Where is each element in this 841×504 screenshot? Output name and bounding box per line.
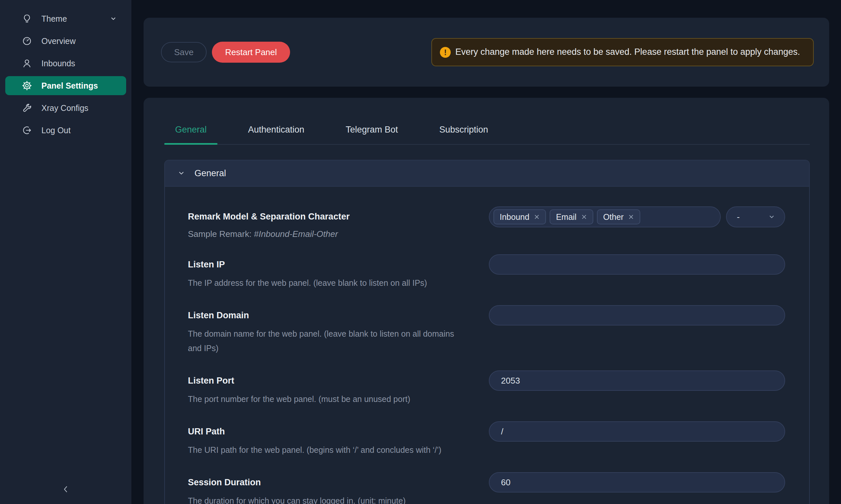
sidebar-item-label: Xray Configs <box>41 103 88 113</box>
form-row-remark-model: Remark Model & Separation Character Samp… <box>188 206 785 239</box>
listen-ip-input[interactable] <box>489 254 785 275</box>
sidebar-item-label: Panel Settings <box>41 81 98 91</box>
tab-authentication[interactable]: Authentication <box>237 120 315 144</box>
form-row-listen-port: Listen Port The port number for the web … <box>188 371 785 406</box>
listen-port-input[interactable] <box>489 371 785 391</box>
field-label: Remark Model & Separation Character <box>188 206 473 222</box>
sidebar-item-label: Log Out <box>41 126 71 135</box>
gauge-icon <box>22 36 32 46</box>
restart-panel-button[interactable]: Restart Panel <box>212 42 290 63</box>
chevron-down-icon <box>768 213 776 221</box>
chevron-down-icon <box>109 15 118 23</box>
sidebar-collapse-button[interactable] <box>0 484 132 496</box>
remove-tag-icon[interactable] <box>534 214 540 220</box>
general-collapse-panel: General Remark Model & Separation Charac… <box>164 160 810 504</box>
remove-tag-icon[interactable] <box>628 214 634 220</box>
field-label: URI Path <box>188 421 473 437</box>
main-content: Save Restart Panel ! Every change made h… <box>132 0 841 504</box>
sidebar-item-panel-settings[interactable]: Panel Settings <box>5 76 126 95</box>
toolbar-card: Save Restart Panel ! Every change made h… <box>143 18 829 87</box>
field-description: The domain name for the web panel. (leav… <box>188 326 457 355</box>
uri-path-input[interactable] <box>489 421 785 442</box>
separator-select-value: - <box>737 212 740 222</box>
field-description: The URI path for the web panel. (begins … <box>188 443 473 457</box>
sample-remark: Sample Remark: #Inbound-Email-Other <box>188 229 473 239</box>
form-row-uri-path: URI Path The URI path for the web panel.… <box>188 421 785 457</box>
field-description: The port number for the web panel. (must… <box>188 392 473 406</box>
tab-telegram-bot[interactable]: Telegram Bot <box>335 120 409 144</box>
listen-domain-input[interactable] <box>489 305 785 325</box>
form-row-listen-ip: Listen IP The IP address for the web pan… <box>188 254 785 290</box>
sidebar-item-label: Overview <box>41 36 75 46</box>
sample-remark-value: #Inbound-Email-Other <box>254 229 338 239</box>
remark-model-multiselect[interactable]: Inbound Email <box>489 206 721 228</box>
warning-icon: ! <box>440 47 451 58</box>
chevron-left-icon <box>60 484 71 496</box>
gear-icon <box>22 80 32 91</box>
sidebar-item-label: Inbounds <box>41 59 75 68</box>
bulb-icon <box>22 14 32 24</box>
general-collapse-header[interactable]: General <box>165 160 809 187</box>
sidebar-item-overview[interactable]: Overview <box>5 32 126 51</box>
remove-tag-icon[interactable] <box>581 214 587 220</box>
save-button[interactable]: Save <box>161 42 207 62</box>
general-collapse-body: Remark Model & Separation Character Samp… <box>165 187 809 504</box>
settings-card: General Authentication Telegram Bot Subs… <box>143 98 829 504</box>
tag-other: Other <box>597 209 640 224</box>
warning-alert-text: Every change made here needs to be saved… <box>455 45 800 58</box>
form-row-listen-domain: Listen Domain The domain name for the we… <box>188 305 785 355</box>
section-title: General <box>194 168 226 179</box>
session-duration-input[interactable] <box>489 472 785 492</box>
sidebar-item-xray-configs[interactable]: Xray Configs <box>5 98 126 118</box>
tab-subscription[interactable]: Subscription <box>428 120 499 144</box>
field-label: Listen IP <box>188 254 473 270</box>
tag-email: Email <box>550 209 593 224</box>
sidebar-item-inbounds[interactable]: Inbounds <box>5 54 126 73</box>
field-label: Session Duration <box>188 472 473 488</box>
sidebar: Theme Overview Inbounds <box>0 0 132 504</box>
wrench-icon <box>22 103 32 113</box>
sidebar-item-label: Theme <box>41 14 67 24</box>
tab-general[interactable]: General <box>164 120 218 144</box>
field-label: Listen Port <box>188 371 473 386</box>
form-row-session-duration: Session Duration The duration for which … <box>188 472 785 504</box>
separator-select[interactable]: - <box>726 206 785 228</box>
chevron-down-icon <box>177 169 186 178</box>
logout-icon <box>22 125 32 136</box>
warning-alert: ! Every change made here needs to be sav… <box>431 38 814 66</box>
field-description: The duration for which you can stay logg… <box>188 493 473 504</box>
tag-inbound: Inbound <box>494 209 546 224</box>
field-label: Listen Domain <box>188 305 473 321</box>
sidebar-item-log-out[interactable]: Log Out <box>5 121 126 140</box>
user-icon <box>22 58 32 69</box>
sidebar-item-theme[interactable]: Theme <box>5 9 126 28</box>
field-description: The IP address for the web panel. (leave… <box>188 276 473 290</box>
settings-tabs: General Authentication Telegram Bot Subs… <box>164 120 810 145</box>
